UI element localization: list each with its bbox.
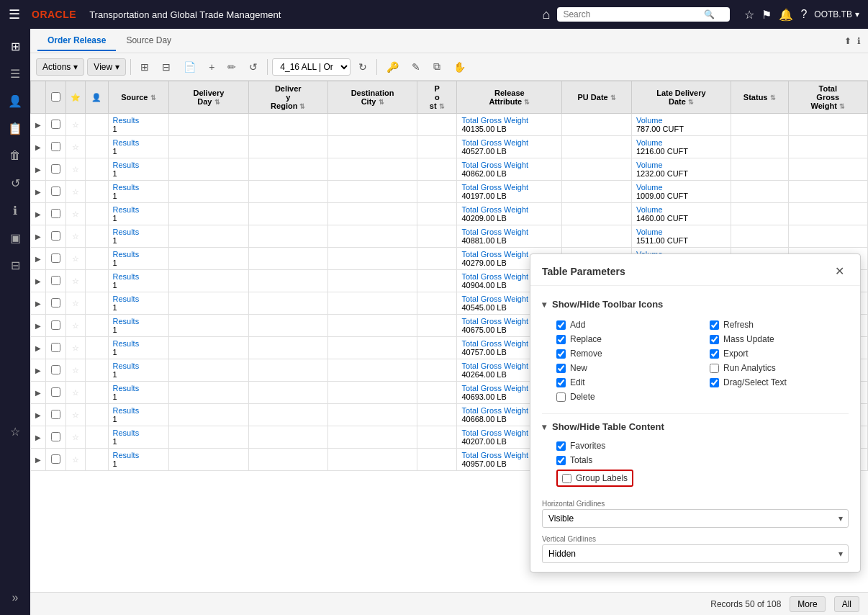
expand-cell[interactable]: ▶ (31, 449, 46, 471)
checkbox-mass-update-input[interactable] (710, 335, 719, 344)
sidebar-icon-star[interactable]: ☆ (2, 420, 28, 443)
row-checkbox-cell[interactable] (45, 225, 65, 248)
expand-cell[interactable]: ▶ (31, 114, 46, 136)
actions-button[interactable]: Actions ▾ (36, 58, 84, 76)
sidebar-icon-info[interactable]: ℹ (2, 199, 28, 222)
status-col-header[interactable]: Status ⇅ (731, 81, 788, 114)
select-all-checkbox[interactable] (51, 92, 60, 102)
checkbox-group-labels-input[interactable] (562, 474, 571, 483)
row-star-cell[interactable]: ☆ (65, 449, 85, 471)
bell-icon[interactable]: 🔔 (779, 8, 793, 22)
expand-cell[interactable]: ▶ (31, 426, 46, 449)
expand-cell[interactable]: ▶ (31, 248, 46, 270)
total-gross-col-header[interactable]: TotalGrossWeight ⇅ (788, 81, 867, 114)
row-star-icon[interactable]: ☆ (72, 321, 79, 330)
row-star-cell[interactable]: ☆ (65, 114, 85, 136)
sidebar-icon-refresh[interactable]: ↺ (2, 171, 28, 194)
toolbar-pencil-icon[interactable]: ✎ (407, 58, 425, 76)
pu-date-col-header[interactable]: PU Date ⇅ (562, 81, 632, 114)
row-star-icon[interactable]: ☆ (72, 210, 79, 218)
row-checkbox-cell[interactable] (45, 359, 65, 382)
row-checkbox[interactable] (51, 343, 60, 352)
sidebar-icon-list[interactable]: ☰ (2, 62, 28, 85)
toolbar-layout-icon[interactable]: ⊟ (157, 58, 176, 76)
row-checkbox[interactable] (51, 454, 60, 464)
row-star-icon[interactable]: ☆ (72, 254, 79, 263)
tab-source-day[interactable]: Source Day (116, 31, 181, 51)
delivery-region-col-header[interactable]: DeliveryRegion ⇅ (248, 81, 327, 114)
row-checkbox[interactable] (51, 231, 60, 241)
vertical-gridlines-select[interactable]: Hidden Visible (542, 544, 849, 563)
tab-order-release[interactable]: Order Release (37, 31, 116, 51)
expand-cell[interactable]: ▶ (31, 136, 46, 158)
row-star-cell[interactable]: ☆ (65, 359, 85, 382)
flag-nav-icon[interactable]: ⚑ (761, 8, 772, 22)
expand-cell[interactable]: ▶ (31, 337, 46, 359)
row-star-cell[interactable]: ☆ (65, 158, 85, 181)
release-attr-col-header[interactable]: ReleaseAttribute ⇅ (457, 81, 562, 114)
all-button[interactable]: All (834, 596, 859, 612)
row-checkbox[interactable] (51, 432, 60, 441)
row-star-cell[interactable]: ☆ (65, 181, 85, 203)
more-button[interactable]: More (790, 596, 825, 612)
checkbox-totals-input[interactable] (556, 456, 566, 465)
row-checkbox-cell[interactable] (45, 181, 65, 203)
row-star-cell[interactable]: ☆ (65, 270, 85, 292)
expand-cell[interactable]: ▶ (31, 225, 46, 248)
row-checkbox-cell[interactable] (45, 404, 65, 426)
expand-cell[interactable]: ▶ (31, 382, 46, 404)
row-star-cell[interactable]: ☆ (65, 315, 85, 337)
toolbar-key-icon[interactable]: 🔑 (381, 58, 404, 76)
row-checkbox-cell[interactable] (45, 203, 65, 225)
sidebar-icon-grid[interactable]: ⊞ (2, 35, 28, 58)
tab-info-icon[interactable]: ℹ (857, 36, 861, 46)
toolbar-columns-icon[interactable]: ⊞ (135, 58, 154, 76)
row-star-icon[interactable]: ☆ (72, 455, 79, 464)
table-content-section-header[interactable]: ▾ Show/Hide Table Content (542, 417, 849, 436)
row-star-icon[interactable]: ☆ (72, 388, 79, 397)
horizontal-gridlines-select[interactable]: Visible Hidden (542, 509, 849, 528)
row-star-icon[interactable]: ☆ (72, 120, 79, 129)
search-bar[interactable]: 🔍 (557, 7, 730, 22)
home-icon[interactable]: ⌂ (543, 7, 551, 22)
filter-select[interactable]: 4_16 ALL | O‌r (272, 58, 351, 76)
row-checkbox[interactable] (51, 164, 60, 174)
sidebar-icon-square[interactable]: ▣ (2, 226, 28, 249)
checkbox-remove-input[interactable] (556, 349, 566, 359)
toolbar-refresh-icon[interactable]: ↺ (244, 58, 263, 76)
delivery-day-col-header[interactable]: DeliveryDay ⇅ (169, 81, 248, 114)
row-star-icon[interactable]: ☆ (72, 143, 79, 151)
row-checkbox-cell[interactable] (45, 270, 65, 292)
sidebar-expand-icon[interactable]: » (2, 586, 28, 609)
row-checkbox[interactable] (51, 410, 60, 419)
toolbar-copy-icon[interactable]: ⧉ (428, 57, 446, 76)
row-checkbox[interactable] (51, 253, 60, 263)
panel-close-button[interactable]: ✕ (831, 263, 849, 279)
checkbox-add-input[interactable] (556, 320, 566, 330)
row-star-icon[interactable]: ☆ (72, 366, 79, 374)
row-star-icon[interactable]: ☆ (72, 165, 79, 174)
sidebar-icon-trash[interactable]: 🗑 (2, 144, 28, 167)
sidebar-icon-chart[interactable]: 📋 (2, 117, 28, 140)
row-checkbox-cell[interactable] (45, 449, 65, 471)
expand-cell[interactable]: ▶ (31, 203, 46, 225)
row-checkbox[interactable] (51, 187, 60, 196)
search-input[interactable] (563, 9, 700, 19)
view-button[interactable]: View ▾ (87, 58, 126, 76)
row-star-cell[interactable]: ☆ (65, 404, 85, 426)
expand-cell[interactable]: ▶ (31, 359, 46, 382)
row-checkbox-cell[interactable] (45, 248, 65, 270)
row-checkbox-cell[interactable] (45, 158, 65, 181)
expand-cell[interactable]: ▶ (31, 292, 46, 315)
checkbox-delete-input[interactable] (556, 392, 566, 402)
row-star-cell[interactable]: ☆ (65, 337, 85, 359)
destination-city-col-header[interactable]: DestinationCity ⇅ (327, 81, 417, 114)
expand-cell[interactable]: ▶ (31, 181, 46, 203)
toolbar-hand-icon[interactable]: ✋ (448, 58, 471, 76)
checkbox-drag-select-input[interactable] (710, 378, 719, 387)
row-star-cell[interactable]: ☆ (65, 136, 85, 158)
hamburger-icon[interactable]: ☰ (9, 6, 20, 22)
checkbox-edit-input[interactable] (556, 378, 566, 387)
toolbar-export-icon[interactable]: 📄 (178, 58, 201, 76)
row-checkbox-cell[interactable] (45, 382, 65, 404)
